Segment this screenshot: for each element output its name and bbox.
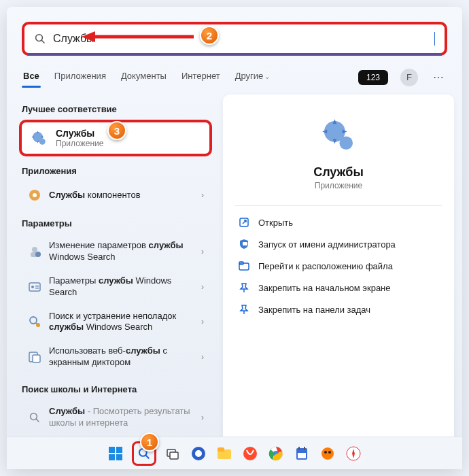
services-app-icon	[29, 128, 49, 148]
input-indicator[interactable]: 123	[358, 70, 388, 85]
component-services-icon	[27, 188, 42, 203]
tab-internet[interactable]: Интернет	[180, 67, 222, 88]
svg-point-15	[36, 323, 40, 327]
tab-all[interactable]: Все	[22, 67, 41, 88]
task-view-button[interactable]	[163, 444, 182, 463]
svg-rect-26	[109, 447, 115, 453]
svg-rect-12	[35, 288, 39, 289]
action-icon	[238, 216, 250, 228]
search-window: Все Приложения Документы Интернет Другие…	[7, 7, 462, 469]
action-icon	[238, 260, 250, 272]
svg-point-21	[339, 136, 353, 150]
filter-tabs: Все Приложения Документы Интернет Другие…	[7, 63, 462, 88]
chevron-right-icon: ›	[201, 282, 204, 292]
svg-rect-33	[170, 452, 178, 459]
detail-app-icon	[318, 115, 359, 156]
action-icon	[238, 238, 250, 250]
svg-rect-44	[298, 453, 306, 458]
svg-point-6	[32, 247, 37, 252]
detail-panel: Службы Приложение ОткрытьЗапуск от имени…	[223, 95, 454, 469]
action-icon	[238, 282, 250, 294]
start-button[interactable]	[106, 444, 125, 463]
settings-result-item[interactable]: Использовать веб-службы с экранным дикто…	[19, 339, 212, 375]
settings-item-icon	[27, 314, 42, 329]
results-area: Лучшее соответствие Службы Приложение Пр…	[7, 88, 462, 469]
svg-rect-42	[298, 447, 300, 450]
svg-point-46	[324, 451, 327, 454]
chevron-right-icon: ›	[201, 352, 204, 362]
svg-point-35	[195, 450, 202, 457]
svg-rect-28	[109, 454, 115, 460]
svg-point-13	[30, 317, 37, 324]
section-best-match: Лучшее соответствие	[15, 95, 216, 120]
web-result-item[interactable]: Службы - Посмотреть результаты школы и и…	[19, 400, 212, 435]
svg-rect-43	[304, 447, 305, 450]
app-result-item[interactable]: Службы компонентов ›	[19, 182, 212, 209]
svg-rect-11	[35, 286, 39, 287]
svg-point-5	[33, 193, 37, 197]
taskbar-app-icon[interactable]	[292, 444, 311, 463]
taskbar	[7, 437, 462, 469]
svg-point-3	[39, 139, 46, 145]
svg-rect-17	[33, 355, 40, 362]
chevron-right-icon: ›	[201, 413, 204, 422]
svg-marker-50	[82, 31, 95, 42]
settings-result-item[interactable]: Поиск и устранение неполадок службы Wind…	[19, 305, 212, 340]
more-menu[interactable]: ⋯	[430, 71, 447, 84]
taskbar-app-icon[interactable]	[266, 444, 285, 463]
settings-item-icon	[27, 350, 42, 364]
taskbar-app-icon[interactable]	[241, 444, 260, 463]
settings-item-icon	[27, 244, 42, 259]
detail-action-item[interactable]: Запуск от имени администратора	[235, 233, 442, 255]
taskbar-app-icon[interactable]	[318, 444, 337, 463]
annotation-badge-2: 2	[200, 26, 219, 45]
annotation-arrow	[82, 30, 197, 44]
search-bar-area	[7, 7, 462, 63]
action-icon	[238, 303, 250, 316]
tab-more[interactable]: Другие⌄	[234, 67, 272, 88]
svg-line-19	[36, 419, 39, 422]
chevron-right-icon: ›	[201, 247, 204, 256]
settings-result-item[interactable]: Изменение параметров службы Windows Sear…	[19, 234, 212, 269]
best-match-text: Службы Приложение	[56, 128, 103, 148]
web-search-icon	[27, 410, 42, 425]
search-focus-underline	[27, 54, 442, 56]
svg-rect-23	[243, 242, 247, 245]
svg-line-1	[41, 40, 44, 43]
svg-point-8	[35, 252, 41, 257]
annotation-badge-1: 1	[140, 432, 159, 452]
taskbar-app-icon[interactable]	[189, 444, 208, 463]
svg-line-31	[146, 455, 149, 458]
divider	[235, 205, 442, 206]
search-icon	[34, 33, 46, 45]
annotation-badge-3: 3	[107, 121, 126, 140]
svg-point-10	[31, 286, 34, 288]
section-apps: Приложения	[15, 156, 216, 182]
svg-point-45	[322, 447, 334, 460]
detail-action-item[interactable]: Закрепить на начальном экране	[235, 277, 442, 299]
svg-rect-27	[116, 447, 122, 453]
taskbar-app-icon[interactable]	[344, 444, 363, 463]
user-avatar[interactable]: F	[400, 69, 418, 86]
tab-apps[interactable]: Приложения	[53, 67, 107, 88]
chevron-right-icon: ›	[201, 190, 204, 200]
tab-documents[interactable]: Документы	[120, 67, 168, 88]
detail-action-item[interactable]: Закрепить на панели задач	[235, 299, 442, 320]
text-cursor	[434, 32, 435, 46]
settings-item-icon	[27, 279, 42, 294]
settings-result-item[interactable]: Параметры службы Windows Search›	[19, 269, 212, 305]
svg-rect-9	[29, 283, 40, 291]
results-list: Лучшее соответствие Службы Приложение Пр…	[15, 95, 219, 469]
svg-point-47	[328, 451, 331, 454]
detail-action-item[interactable]: Открыть	[235, 211, 442, 233]
section-settings: Параметры	[15, 209, 216, 234]
section-web: Поиск школы и Интернета	[15, 375, 216, 400]
detail-title: Службы	[235, 165, 442, 180]
svg-rect-37	[218, 447, 224, 452]
chevron-right-icon: ›	[201, 317, 204, 326]
svg-rect-29	[116, 454, 122, 460]
detail-subtitle: Приложение	[235, 181, 442, 190]
file-explorer-icon[interactable]	[215, 444, 234, 463]
detail-action-item[interactable]: Перейти к расположению файла	[235, 255, 442, 277]
